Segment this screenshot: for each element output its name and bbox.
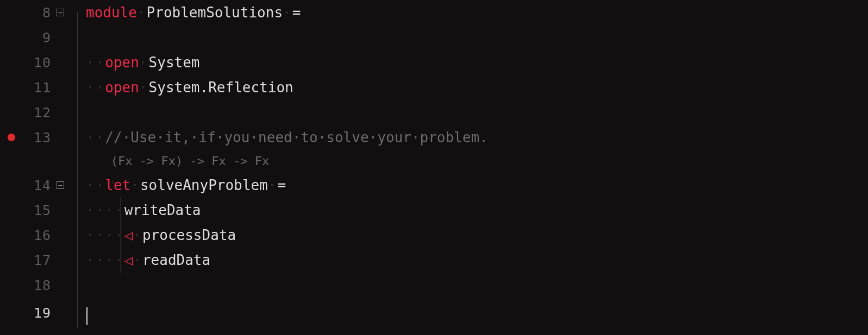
identifier: readData — [142, 253, 210, 267]
indent-guide — [70, 25, 86, 50]
whitespace-dot: · — [268, 178, 278, 192]
keyword-open: open — [105, 55, 139, 69]
whitespace-dot: ···· — [86, 203, 124, 217]
line-number-current: 19 — [23, 306, 51, 320]
whitespace-dot: · — [139, 80, 149, 94]
identifier: System.Reflection — [149, 80, 294, 94]
code-line[interactable]: 14 − ··let·solveAnyProblem·= — [0, 173, 868, 198]
code-line[interactable]: 8 − module·ProblemSolutions·= — [0, 0, 868, 25]
whitespace-dot — [86, 155, 111, 167]
line-number: 9 — [23, 31, 51, 45]
code-line[interactable]: 12 — [0, 100, 868, 125]
whitespace-dot: ·· — [86, 55, 105, 69]
indent-guide — [70, 173, 86, 198]
identifier: solveAnyProblem — [140, 178, 268, 192]
line-number: 17 — [23, 254, 51, 267]
code-line[interactable]: 18 — [0, 273, 868, 298]
line-number: 18 — [23, 279, 51, 292]
line-number: 16 — [23, 229, 51, 242]
code-line[interactable]: 17 ····◁·readData — [0, 248, 868, 273]
fold-gutter[interactable]: − — [51, 9, 70, 16]
fold-minus-icon[interactable]: − — [57, 9, 64, 16]
whitespace-dot: · — [137, 5, 147, 20]
code-content[interactable]: ··let·solveAnyProblem·= — [86, 178, 868, 192]
indent-guide — [70, 248, 86, 273]
code-content[interactable]: ····◁·processData — [86, 228, 868, 242]
keyword-let: let — [105, 178, 130, 192]
code-line[interactable]: 9 — [0, 25, 868, 50]
line-number: 13 — [23, 131, 51, 144]
whitespace-dot: ···· — [86, 253, 124, 267]
indent-guide — [70, 298, 86, 328]
keyword-open: open — [105, 80, 139, 94]
line-number: 8 — [23, 6, 51, 20]
code-content[interactable]: ····writeData — [86, 203, 868, 217]
whitespace-dot: · — [133, 228, 142, 242]
code-content[interactable]: ··//·Use·it,·if·you·need·to·solve·your·p… — [86, 130, 868, 144]
breakpoint-icon[interactable] — [8, 134, 15, 141]
line-number: 10 — [23, 56, 51, 69]
line-number: 11 — [23, 81, 51, 94]
identifier: System — [149, 55, 200, 69]
whitespace-dot: ·· — [86, 178, 105, 192]
code-content[interactable]: ··open·System — [86, 55, 868, 69]
identifier: ProblemSolutions — [147, 5, 283, 20]
operator-compose-icon: ◁ — [124, 228, 133, 242]
indent-guide — [70, 273, 86, 298]
operator-compose-icon: ◁ — [124, 253, 133, 267]
identifier: processData — [142, 228, 236, 242]
whitespace-dot: · — [133, 253, 142, 267]
indent-guide — [70, 100, 86, 125]
code-line[interactable]: 11 ··open·System.Reflection — [0, 75, 868, 100]
indent-guide — [70, 150, 86, 173]
whitespace-dot: ·· — [86, 80, 105, 94]
whitespace-dot: ···· — [86, 228, 124, 242]
line-number: 12 — [23, 106, 51, 119]
code-content[interactable]: ··open·System.Reflection — [86, 80, 868, 94]
code-content[interactable]: ····◁·readData — [86, 253, 868, 267]
indent-guide — [70, 223, 86, 248]
comment: //·Use·it,·if·you·need·to·solve·your·pro… — [105, 130, 488, 144]
fold-minus-icon[interactable]: − — [57, 181, 64, 189]
line-number: 14 — [23, 179, 51, 192]
indent-guide — [70, 125, 86, 150]
code-line[interactable]: 15 ····writeData — [0, 198, 868, 223]
code-line[interactable]: 10 ··open·System — [0, 50, 868, 75]
code-line[interactable]: 16 ····◁·processData — [0, 223, 868, 248]
indent-guide — [70, 75, 86, 100]
indent-guide — [70, 198, 86, 223]
whitespace-dot: · — [130, 178, 140, 192]
code-inlay-hint-line: (Fx -> Fx) -> Fx -> Fx — [0, 150, 868, 173]
fold-gutter[interactable]: − — [51, 181, 70, 189]
comment-text: Use·it,·if·you·need·to·solve·your·proble… — [130, 129, 488, 146]
line-number: 15 — [23, 204, 51, 217]
indent-guide — [70, 50, 86, 75]
operator: = — [292, 5, 301, 20]
operator: = — [277, 178, 286, 192]
code-editor[interactable]: 8 − module·ProblemSolutions·= 9 10 ··ope… — [0, 0, 868, 335]
keyword-module: module — [86, 5, 137, 20]
code-content: (Fx -> Fx) -> Fx -> Fx — [86, 155, 868, 167]
whitespace-dot: · — [139, 55, 149, 69]
identifier: writeData — [124, 203, 201, 217]
type-hint: (Fx -> Fx) -> Fx -> Fx — [111, 155, 269, 167]
breakpoint-gutter[interactable] — [0, 134, 23, 141]
whitespace-dot: ·· — [86, 130, 105, 144]
comment-prefix: // — [105, 129, 122, 146]
code-content[interactable]: module·ProblemSolutions·= — [86, 5, 868, 20]
whitespace-dot: · — [283, 5, 292, 20]
indent-guide — [70, 0, 86, 25]
text-cursor — [86, 307, 88, 325]
code-line[interactable]: 13 ··//·Use·it,·if·you·need·to·solve·you… — [0, 125, 868, 150]
code-line[interactable]: 19 — [0, 298, 868, 328]
